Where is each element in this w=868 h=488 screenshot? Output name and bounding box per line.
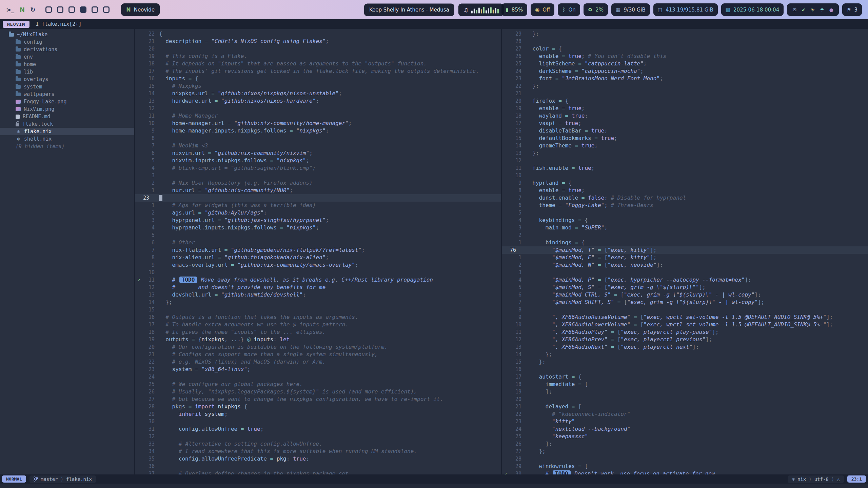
tree-item-home[interactable]: home: [0, 61, 134, 68]
code-line[interactable]: 29 };: [502, 30, 868, 38]
tree-item-flake.nix[interactable]: ❄flake.nix: [0, 128, 134, 135]
tree-item-config[interactable]: config: [0, 38, 134, 46]
code-line[interactable]: 31 config.allowUnfree = true;: [135, 425, 501, 433]
code-line[interactable]: 6 "$mainMod CTRL, S" = ["exec, grim -g \…: [502, 291, 868, 299]
code-line[interactable]: 19 enable = true;: [502, 105, 868, 112]
code-line[interactable]: 17 # The inputs' git revisions get locke…: [135, 67, 501, 75]
code-line[interactable]: 3 main-mod = "SUPER";: [502, 224, 868, 231]
code-line[interactable]: 10: [135, 269, 501, 276]
code-line[interactable]: 13 };: [502, 149, 868, 157]
code-line[interactable]: 18 # It gives the name "inputs" to the .…: [135, 328, 501, 336]
code-line[interactable]: 5: [135, 231, 501, 239]
code-line[interactable]: 16 # Outputs is a function that takes th…: [135, 313, 501, 321]
cpu-indicator[interactable]: ♻2%: [584, 3, 608, 16]
code-line[interactable]: 22 };: [502, 82, 868, 90]
code-line[interactable]: 1 "$mainMod, E" = ["exec, kitty"];: [502, 254, 868, 261]
code-line[interactable]: 10 ", XF86AudioLowerVolume" = ["exec, wp…: [502, 321, 868, 328]
code-line[interactable]: 8: [502, 306, 868, 313]
code-line[interactable]: 18 immediate = [: [502, 381, 868, 388]
code-line[interactable]: 17 vaapi = true;: [502, 120, 868, 127]
code-line[interactable]: 15 };: [502, 358, 868, 366]
code-line[interactable]: 22 # "kdeconnect-indicator": [502, 410, 868, 418]
code-line[interactable]: 23 system = "x86_64-linux";: [135, 366, 501, 373]
code-line[interactable]: 4 "$mainMod, P" = ["exec, hyprpicker --a…: [502, 276, 868, 284]
code-line[interactable]: 28: [502, 38, 868, 45]
status-dot-icon[interactable]: ●: [829, 7, 833, 13]
tree-item-flake.lock[interactable]: flake.lock: [0, 120, 134, 128]
code-line[interactable]: 3: [502, 269, 868, 276]
reload-icon[interactable]: ↻: [30, 6, 35, 13]
code-line[interactable]: 12 # and doesn't provide any benefits fo…: [135, 284, 501, 291]
code-line[interactable]: ✓30 # TODO Doesn't work, use focus_on_ac…: [502, 470, 868, 474]
code-line[interactable]: 21 delayed = [: [502, 403, 868, 410]
code-line[interactable]: 4 # blink-cmp.url = "github:saghen/blink…: [135, 164, 501, 172]
code-line[interactable]: 26 # Usually, "nixpkgs.legacyPackages.${…: [135, 388, 501, 395]
tree-item-Foggy-Lake.png[interactable]: Foggy-Lake.png: [0, 98, 134, 105]
code-line[interactable]: 26 enable = true; # You can't disable th…: [502, 53, 868, 60]
code-line[interactable]: 2 "$mainMod, N" = ["exec, neovide"];: [502, 261, 868, 269]
code-line[interactable]: 32: [135, 433, 501, 440]
code-line[interactable]: 6 # Other: [135, 239, 501, 246]
terminal-icon[interactable]: >_: [6, 6, 14, 13]
memory-indicator[interactable]: ▦9/30 GiB: [611, 3, 650, 16]
code-line[interactable]: 20: [135, 45, 501, 53]
code-line[interactable]: 23 font = "JetBrainsMono Nerd Font Mono"…: [502, 75, 868, 82]
code-line[interactable]: 23 "kitty": [502, 418, 868, 425]
code-line[interactable]: 36: [135, 463, 501, 470]
code-line[interactable]: 11 ", XF86AudioPlay" = ["exec, playerctl…: [502, 328, 868, 336]
code-line[interactable]: 24 darkScheme = "catppuccin-mocha";: [502, 67, 868, 75]
code-line[interactable]: 16 inputs = {: [135, 75, 501, 82]
code-line[interactable]: 26 ];: [502, 440, 868, 448]
tree-item-wallpapers[interactable]: wallpapers: [0, 90, 134, 98]
code-line[interactable]: 15 # Nixpkgs: [135, 82, 501, 90]
tree-item-env[interactable]: env: [0, 53, 134, 61]
check-icon[interactable]: ✔: [802, 7, 806, 13]
weather-icon[interactable]: ☂: [820, 7, 824, 13]
code-line[interactable]: 2: [502, 231, 868, 239]
code-line[interactable]: 7 nix-flatpak.url = "github:gmodena/nix-…: [135, 246, 501, 254]
active-window-chip[interactable]: N Neovide: [121, 3, 160, 16]
code-line[interactable]: 29 windowrules = [: [502, 463, 868, 470]
notifications-indicator[interactable]: ⚑3: [842, 3, 862, 16]
code-line[interactable]: 25 lightScheme = "catppuccin-latte";: [502, 60, 868, 67]
code-line[interactable]: 29 inherit system;: [135, 410, 501, 418]
code-line[interactable]: 6 nixvim.url = "github:nix-community/nix…: [135, 149, 501, 157]
code-line[interactable]: 20 firefox = {: [502, 97, 868, 105]
code-line[interactable]: 24: [135, 373, 501, 381]
brightness-icon[interactable]: ☀: [811, 7, 815, 13]
code-line[interactable]: 5 nixvim.inputs.nixpkgs.follows = "nixpk…: [135, 157, 501, 164]
code-line[interactable]: 35 config.allowUnfreePredicate = pkg: tr…: [135, 455, 501, 463]
code-line[interactable]: 21: [502, 90, 868, 97]
code-line[interactable]: 25 # We configure our global packages he…: [135, 381, 501, 388]
clock-indicator[interactable]: ▧2025-06-18 00:04: [721, 3, 784, 16]
code-line[interactable]: 14 };: [502, 351, 868, 358]
code-line[interactable]: 22 # e.g. NixOS (linux) and MacOS (darwi…: [135, 358, 501, 366]
code-line[interactable]: 11 fish.enable = true;: [502, 164, 868, 172]
code-line[interactable]: 12: [135, 105, 501, 112]
code-line[interactable]: 23: [135, 194, 501, 202]
code-line[interactable]: 30: [135, 418, 501, 425]
git-branch-label[interactable]: master: [41, 476, 58, 482]
code-line[interactable]: 27 };: [502, 448, 868, 455]
bluetooth-indicator[interactable]: ᛒOn: [558, 3, 580, 16]
code-line[interactable]: 8 nix-alien.url = "github:thiagokokada/n…: [135, 254, 501, 261]
code-line[interactable]: ✓11 # TODO Move away from devshell, as i…: [135, 276, 501, 284]
workspace-6[interactable]: [103, 6, 110, 13]
code-line[interactable]: 17 autostart = {: [502, 373, 868, 381]
system-tray[interactable]: ✉✔☀☂●: [787, 3, 839, 16]
workspace-1[interactable]: [45, 6, 52, 13]
tree-item-shell.nix[interactable]: ❄shell.nix: [0, 135, 134, 143]
code-line[interactable]: 2 # Nix User Repository (e.g. Firefox ad…: [135, 179, 501, 187]
code-line[interactable]: 13 hardware.url = "github:nixos/nixos-ha…: [135, 97, 501, 105]
code-line[interactable]: 12 ", XF86AudioPrev" = ["exec, playerctl…: [502, 336, 868, 343]
code-line[interactable]: 25 "keepassxc": [502, 433, 868, 440]
battery-indicator[interactable]: ▮85%: [501, 3, 528, 16]
code-line[interactable]: 2 ags.url = "github:Aylur/ags";: [135, 209, 501, 217]
neovide-icon[interactable]: N: [20, 6, 25, 13]
code-line[interactable]: 8 enable = true;: [502, 187, 868, 194]
code-line[interactable]: 9 emacs-overlay.url = "github:nix-commun…: [135, 261, 501, 269]
code-line[interactable]: 1 bindings = {: [502, 239, 868, 246]
code-line[interactable]: 16: [502, 366, 868, 373]
code-line[interactable]: 19 outputs = {nixpkgs, ...} @ inputs: le…: [135, 336, 501, 343]
code-line[interactable]: 19 ];: [502, 388, 868, 395]
